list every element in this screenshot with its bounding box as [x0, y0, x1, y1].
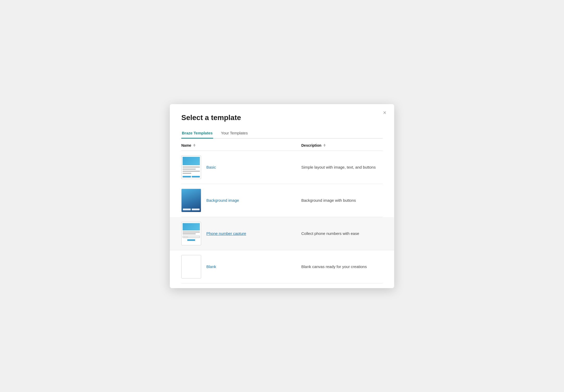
row-name-col: Blank	[181, 255, 301, 278]
name-sort-icon[interactable]	[193, 144, 195, 147]
table-header: Name Description	[181, 139, 383, 151]
tab-braze-templates[interactable]: Braze Templates	[181, 128, 213, 139]
basic-thumbnail	[181, 156, 201, 179]
bgimg-thumbnail	[181, 189, 201, 212]
sort-down-arrow	[193, 145, 195, 147]
phone-thumbnail: xxx-xxx-	[181, 222, 201, 245]
row-name-col: Background image	[181, 189, 301, 212]
close-button[interactable]: ×	[381, 109, 388, 117]
phone-input-placeholder: xxx-xxx-	[184, 236, 189, 237]
row-name-col: xxx-xxx- Phone number capture	[181, 222, 301, 245]
basic-description: Simple layout with image, text, and butt…	[301, 165, 383, 169]
table-row: Blank Blank canvas ready for your creati…	[181, 250, 383, 283]
desc-sort-down-arrow	[323, 145, 326, 147]
modal-footer	[170, 283, 394, 288]
blank-thumbnail	[181, 255, 201, 278]
bgimg-description: Background image with buttons	[301, 198, 383, 203]
phone-template-link[interactable]: Phone number capture	[206, 231, 246, 236]
row-name-col: Basic	[181, 156, 301, 179]
sort-up-arrow	[193, 144, 195, 145]
col-desc-header: Description	[301, 143, 383, 147]
name-column-header: Name	[181, 143, 191, 147]
basic-template-link[interactable]: Basic	[206, 165, 216, 169]
desc-sort-icon[interactable]	[323, 144, 326, 147]
description-column-header: Description	[301, 143, 321, 147]
phone-description: Collect phone numbers with ease	[301, 231, 383, 236]
modal-title: Select a template	[181, 114, 383, 122]
table-row: Basic Simple layout with image, text, an…	[181, 151, 383, 184]
table-row: Background image Background image with b…	[181, 184, 383, 217]
col-name-header: Name	[181, 143, 301, 147]
table-row: xxx-xxx- Phone number capture Collect ph…	[170, 217, 394, 250]
tab-your-templates[interactable]: Your Templates	[220, 128, 248, 139]
desc-sort-up-arrow	[323, 144, 326, 145]
modal-header: Select a template × Braze Templates Your…	[170, 104, 394, 139]
table-area: Name Description	[170, 139, 394, 283]
bgimg-template-link[interactable]: Background image	[206, 198, 239, 203]
select-template-modal: Select a template × Braze Templates Your…	[170, 104, 394, 288]
blank-template-link[interactable]: Blank	[206, 264, 216, 269]
tabs-container: Braze Templates Your Templates	[181, 128, 383, 139]
blank-description: Blank canvas ready for your creations	[301, 264, 383, 269]
